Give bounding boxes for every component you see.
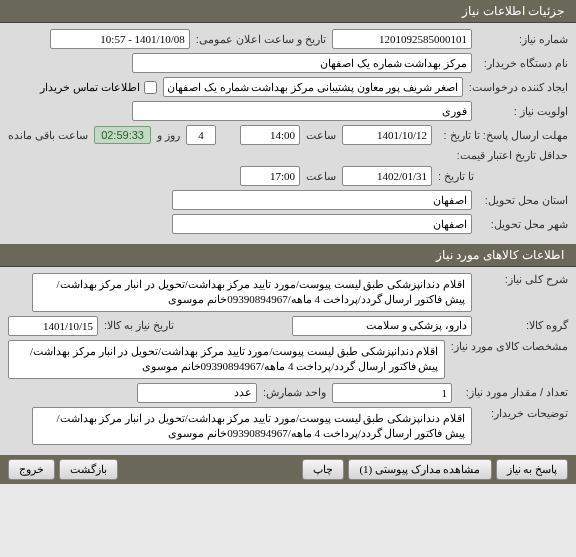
need-date-field [8, 316, 98, 336]
buyer-notes-field: اقلام دندانپزشکی طبق لیست پیوست/مورد تای… [32, 407, 472, 446]
city-label: شهر محل تحویل: [478, 218, 568, 231]
deadline-time-label: ساعت [306, 129, 336, 142]
goods-info-form: شرح کلی نیاز: اقلام دندانپزشکی طبق لیست … [0, 267, 576, 455]
unit-field [137, 383, 257, 403]
print-button[interactable]: چاپ [302, 459, 344, 480]
reply-button[interactable]: پاسخ به نیاز [496, 459, 569, 480]
back-button[interactable]: بازگشت [59, 459, 118, 480]
desc-field: اقلام دندانپزشکی طبق لیست پیوست/مورد تای… [32, 273, 472, 312]
province-label: استان محل تحویل: [478, 194, 568, 207]
priority-label: اولویت نیاز : [478, 105, 568, 118]
days-label: روز و [157, 129, 180, 142]
requester-field [163, 77, 463, 97]
days-remaining-field [186, 125, 216, 145]
spec-field: اقلام دندانپزشکی طبق لیست پیوست/مورد تای… [8, 340, 445, 379]
qty-label: تعداد / مقدار مورد نیاز: [458, 386, 568, 399]
section-header-goods-info: اطلاعات کالاهای مورد نیاز [0, 244, 576, 267]
contact-info-checkbox[interactable] [144, 81, 157, 94]
desc-label: شرح کلی نیاز: [478, 273, 568, 286]
buyer-notes-label: توضیحات خریدار: [478, 407, 568, 420]
validity-label: حداقل تاریخ اعتبار قیمت: [457, 149, 568, 162]
need-date-label: تاریخ نیاز به کالا: [104, 319, 174, 332]
spec-label: مشخصات کالای مورد نیاز: [451, 340, 568, 353]
group-field [292, 316, 472, 336]
contact-info-label: اطلاعات تماس خریدار [40, 81, 140, 94]
section-header-need-info: جزئیات اطلاعات نیاز [0, 0, 576, 23]
remaining-label: ساعت باقی مانده [8, 129, 88, 142]
need-number-field [332, 29, 472, 49]
buyer-label: نام دستگاه خریدار: [478, 57, 568, 70]
validity-to-label: تا تاریخ : [438, 170, 568, 183]
priority-field [132, 101, 472, 121]
deadline-date-field [342, 125, 432, 145]
deadline-time-field [240, 125, 300, 145]
validity-time-label: ساعت [306, 170, 336, 183]
province-field [172, 190, 472, 210]
exit-button[interactable]: خروج [8, 459, 55, 480]
need-number-label: شماره نیاز: [478, 33, 568, 46]
requester-label: ایجاد کننده درخواست: [469, 81, 568, 94]
need-info-form: شماره نیاز: تاریخ و ساعت اعلان عمومی: نا… [0, 23, 576, 244]
countdown-timer: 02:59:33 [94, 126, 151, 144]
deadline-label: مهلت ارسال پاسخ: تا تاریخ : [438, 129, 568, 142]
unit-label: واحد شمارش: [263, 386, 326, 399]
announce-label: تاریخ و ساعت اعلان عمومی: [196, 33, 326, 46]
buyer-field [132, 53, 472, 73]
qty-field [332, 383, 452, 403]
group-label: گروه کالا: [478, 319, 568, 332]
validity-time-field [240, 166, 300, 186]
footer-bar: پاسخ به نیاز مشاهده مدارک پیوستی (1) چاپ… [0, 455, 576, 484]
attachments-button[interactable]: مشاهده مدارک پیوستی (1) [348, 459, 491, 480]
announce-field [50, 29, 190, 49]
validity-date-field [342, 166, 432, 186]
city-field [172, 214, 472, 234]
